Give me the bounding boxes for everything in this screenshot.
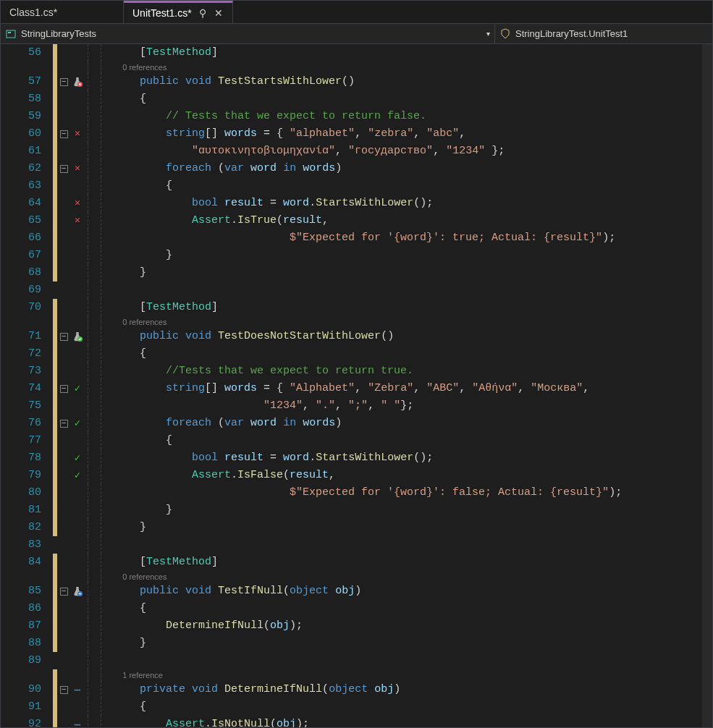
- line-number: 77: [1, 432, 53, 449]
- code-line: public void TestDoesNotStartWithLower(): [114, 328, 622, 345]
- not-covered-marker: —: [75, 716, 80, 727]
- fold-toggle[interactable]: −: [60, 333, 68, 341]
- line-number: 72: [1, 345, 53, 363]
- project-name: StringLibraryTests: [21, 28, 96, 39]
- close-icon[interactable]: ✕: [214, 7, 224, 19]
- line-number: 79: [1, 467, 53, 484]
- code-line: "αυτοκινητοβιομηχανία", "государство", "…: [114, 143, 622, 160]
- code-line: string[] words = { "alphabet", "zebra", …: [114, 125, 622, 143]
- test-pass-marker: ✓: [75, 449, 80, 467]
- editor-content: 56 [TestMethod] 0 references 57 − public…: [1, 44, 622, 727]
- line-number: 71: [1, 328, 53, 345]
- code-line: string[] words = { "Alphabet", "Zebra", …: [114, 380, 622, 397]
- code-line: [TestMethod]: [114, 299, 622, 316]
- line-number: 57: [1, 73, 53, 90]
- fold-toggle[interactable]: −: [60, 420, 68, 428]
- codelens[interactable]: 0 references: [114, 316, 622, 328]
- test-pass-marker: ✓: [75, 380, 80, 397]
- line-number: 89: [1, 652, 53, 669]
- tab-label: Class1.cs*: [9, 7, 57, 18]
- test-fail-marker: ✕: [75, 125, 80, 143]
- code-line: [TestMethod]: [114, 44, 622, 62]
- line-number: 84: [1, 554, 53, 571]
- code-line: {: [114, 432, 622, 449]
- line-number: 58: [1, 90, 53, 108]
- class-icon: [499, 28, 511, 40]
- code-line: {: [114, 345, 622, 363]
- line-number: 68: [1, 264, 53, 282]
- test-fail-marker: ✕: [75, 212, 80, 229]
- svg-rect-5: [79, 593, 82, 594]
- line-number: 88: [1, 635, 53, 652]
- test-pass-icon[interactable]: [72, 331, 83, 342]
- code-line: Assert.IsFalse(result,: [114, 467, 622, 484]
- test-fail-icon[interactable]: [72, 77, 83, 87]
- fold-toggle[interactable]: −: [60, 385, 68, 393]
- line-number: 92: [1, 716, 53, 727]
- line-number: 60: [1, 125, 53, 143]
- code-line: }: [114, 635, 622, 652]
- tab-bar: Class1.cs* UnitTest1.cs* ⚲ ✕: [1, 1, 712, 24]
- fold-toggle[interactable]: −: [60, 130, 68, 138]
- tab-class1[interactable]: Class1.cs*: [1, 1, 124, 23]
- pin-icon[interactable]: ⚲: [198, 7, 208, 19]
- code-line: public void TestStartsWithLower(): [114, 73, 622, 90]
- code-line: }: [114, 264, 622, 282]
- code-line: {: [114, 698, 622, 716]
- code-line: bool result = word.StartsWithLower();: [114, 195, 622, 212]
- codelens[interactable]: 0 references: [114, 62, 622, 73]
- line-number: 62: [1, 160, 53, 177]
- svg-rect-1: [8, 32, 11, 33]
- fold-toggle[interactable]: −: [60, 686, 68, 694]
- test-fail-marker: ✕: [75, 160, 80, 177]
- fold-toggle[interactable]: −: [60, 588, 68, 596]
- test-notrun-icon[interactable]: [72, 586, 83, 596]
- line-number: 56: [1, 44, 53, 62]
- code-line: Assert.IsTrue(result,: [114, 212, 622, 229]
- line-number: 82: [1, 519, 53, 536]
- code-line: {: [114, 177, 622, 195]
- tab-label: UnitTest1.cs*: [132, 7, 192, 19]
- svg-rect-0: [7, 30, 15, 38]
- code-line: // Tests that we expect to return false.: [114, 108, 622, 125]
- line-number: 91: [1, 698, 53, 716]
- line-number: 63: [1, 177, 53, 195]
- line-number: 80: [1, 484, 53, 501]
- line-number: 81: [1, 501, 53, 519]
- chevron-down-icon: ▾: [486, 30, 490, 38]
- fold-toggle[interactable]: −: [60, 78, 68, 86]
- line-number: 76: [1, 415, 53, 432]
- test-pass-marker: ✓: [75, 467, 80, 484]
- line-number: 59: [1, 108, 53, 125]
- scope-dropdown[interactable]: StringLibraryTest.UnitTest1: [495, 24, 712, 43]
- code-line: {: [114, 90, 622, 108]
- vertical-scrollbar[interactable]: [702, 44, 712, 727]
- code-line: public void TestIfNull(object obj): [114, 583, 622, 600]
- code-line: foreach (var word in words): [114, 160, 622, 177]
- code-line: }: [114, 519, 622, 536]
- line-number: 78: [1, 449, 53, 467]
- line-number: 61: [1, 143, 53, 160]
- code-editor[interactable]: 56 [TestMethod] 0 references 57 − public…: [1, 44, 712, 727]
- code-line: bool result = word.StartsWithLower();: [114, 449, 622, 467]
- line-number: 85: [1, 583, 53, 600]
- line-number: 86: [1, 600, 53, 617]
- project-dropdown[interactable]: StringLibraryTests ▾: [1, 24, 495, 43]
- codelens[interactable]: 1 reference: [114, 669, 622, 681]
- line-number: 66: [1, 229, 53, 247]
- code-line: Assert.IsNotNull(obj);: [114, 716, 622, 727]
- code-line: }: [114, 501, 622, 519]
- code-line: [TestMethod]: [114, 554, 622, 571]
- code-line: $"Expected for '{word}': true; Actual: {…: [114, 229, 622, 247]
- test-pass-marker: ✓: [75, 415, 80, 432]
- line-number: 83: [1, 536, 53, 554]
- line-number: 67: [1, 247, 53, 264]
- code-line: "1234", ".", ";", " "};: [114, 397, 622, 415]
- line-number: 64: [1, 195, 53, 212]
- code-line: DetermineIfNull(obj);: [114, 617, 622, 635]
- line-number: 87: [1, 617, 53, 635]
- fold-toggle[interactable]: −: [60, 165, 68, 173]
- navigation-bar: StringLibraryTests ▾ StringLibraryTest.U…: [1, 24, 712, 44]
- tab-unittest1[interactable]: UnitTest1.cs* ⚲ ✕: [124, 1, 233, 23]
- codelens[interactable]: 0 references: [114, 571, 622, 583]
